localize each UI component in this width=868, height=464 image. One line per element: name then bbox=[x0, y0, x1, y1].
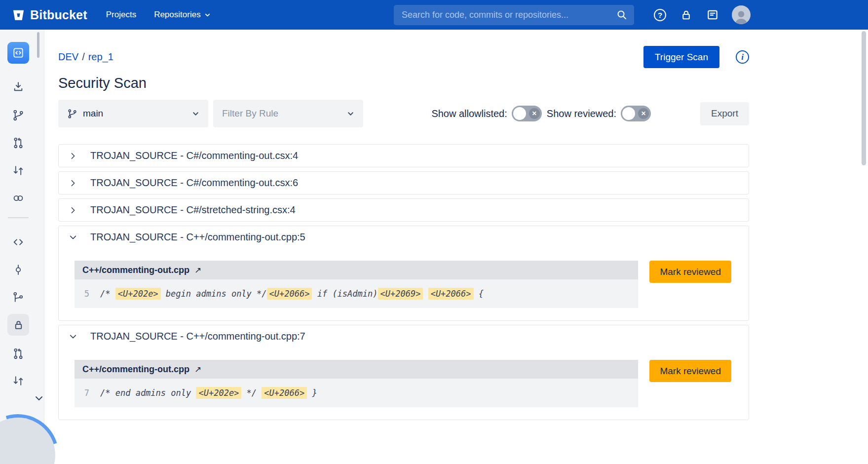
inbox-icon[interactable] bbox=[706, 8, 719, 21]
toggle-knob bbox=[513, 107, 526, 120]
finding-header[interactable]: TROJAN_SOURCE - C++/commenting-out.cpp:5 bbox=[59, 226, 749, 248]
nav-item-repositories[interactable]: Repositories bbox=[154, 10, 211, 20]
search-icon[interactable] bbox=[616, 9, 628, 21]
chevron-down-icon bbox=[70, 234, 76, 241]
show-allowlisted-label: Show allowlisted: bbox=[431, 108, 507, 119]
finding-title: TROJAN_SOURCE - C#/stretched-string.csx:… bbox=[90, 204, 296, 216]
nav-menu: Projects Repositories bbox=[106, 10, 211, 20]
sidebar-item-branch[interactable] bbox=[12, 109, 25, 123]
chevron-right-icon bbox=[70, 180, 76, 187]
finding-header[interactable]: TROJAN_SOURCE - C++/commenting-out.cpp:7 bbox=[59, 325, 749, 348]
rule-filter-selector[interactable]: Filter By Rule bbox=[213, 100, 363, 127]
finding-panel: TROJAN_SOURCE - C#/commenting-out.csx:6 bbox=[58, 171, 749, 194]
show-reviewed-toggle[interactable]: ✕ bbox=[621, 106, 651, 121]
bitbucket-logo[interactable]: Bitbucket bbox=[12, 8, 87, 22]
sidebar-item-compare-commits[interactable] bbox=[12, 375, 25, 389]
sidebar-item-forks[interactable] bbox=[12, 192, 25, 206]
unicode-highlight: <U+2066> bbox=[428, 288, 474, 300]
page-header: DEV/rep_1 Trigger Scan i bbox=[58, 46, 749, 68]
chevron-right-icon bbox=[70, 207, 76, 214]
global-search bbox=[394, 5, 634, 25]
sidebar-item-repository[interactable] bbox=[7, 42, 29, 64]
nav-item-label: Repositories bbox=[154, 10, 201, 20]
finding-panel: TROJAN_SOURCE - C++/commenting-out.cpp:7… bbox=[58, 325, 749, 420]
chevron-down-icon bbox=[204, 12, 211, 18]
finding-body: C++/commenting-out.cpp ↗ 7 /* end admins… bbox=[59, 348, 749, 420]
nav-item-projects[interactable]: Projects bbox=[106, 10, 136, 20]
unicode-highlight: <U+202e> bbox=[115, 288, 161, 300]
chevron-down-icon bbox=[192, 110, 199, 117]
code-line: 7 /* end admins only <U+202e> */ <U+2066… bbox=[80, 386, 638, 400]
mark-reviewed-button[interactable]: Mark reviewed bbox=[649, 360, 731, 382]
sidebar-item-branches[interactable] bbox=[12, 291, 25, 306]
code-area: 7 /* end admins only <U+202e> */ <U+2066… bbox=[75, 379, 638, 407]
finding-title: TROJAN_SOURCE - C#/commenting-out.csx:6 bbox=[90, 177, 298, 189]
sidebar-item-commits[interactable] bbox=[12, 264, 25, 278]
vertical-scrollbar[interactable] bbox=[862, 31, 866, 165]
code-file-header[interactable]: C++/commenting-out.cpp ↗ bbox=[75, 261, 638, 279]
code-text: /* end admins only bbox=[100, 388, 196, 398]
pull-request-icon bbox=[12, 137, 25, 149]
toggle-knob bbox=[622, 107, 635, 120]
external-link-icon[interactable]: ↗ bbox=[194, 364, 201, 375]
unicode-highlight: <U+2066> bbox=[267, 288, 312, 300]
sidebar-divider bbox=[8, 217, 29, 218]
compare-icon bbox=[12, 375, 25, 387]
code-text: } bbox=[307, 388, 317, 398]
sidebar-item-create-pull-request[interactable] bbox=[12, 348, 25, 362]
breadcrumb-separator: / bbox=[82, 51, 85, 62]
findings-list: TROJAN_SOURCE - C#/commenting-out.csx:4 … bbox=[58, 144, 749, 420]
breadcrumb-project-link[interactable]: DEV bbox=[58, 51, 78, 62]
sidebar-scrollbar[interactable] bbox=[37, 32, 39, 58]
finding-header[interactable]: TROJAN_SOURCE - C#/commenting-out.csx:4 bbox=[59, 145, 749, 167]
finding-header[interactable]: TROJAN_SOURCE - C#/commenting-out.csx:6 bbox=[59, 172, 749, 194]
rule-filter-placeholder: Filter By Rule bbox=[222, 108, 278, 119]
code-block: C++/commenting-out.cpp ↗ 5 /* <U+202e> b… bbox=[75, 261, 638, 308]
finding-header[interactable]: TROJAN_SOURCE - C#/stretched-string.csx:… bbox=[59, 199, 749, 221]
lock-icon[interactable] bbox=[680, 9, 692, 21]
code-area: 5 /* <U+202e> begin admins only */<U+206… bbox=[75, 279, 638, 308]
sidebar-item-security-scan[interactable] bbox=[7, 314, 29, 336]
show-allowlisted-toggle[interactable]: ✕ bbox=[512, 106, 542, 121]
show-reviewed-label: Show reviewed: bbox=[547, 108, 616, 119]
sidebar-item-clone[interactable] bbox=[12, 80, 25, 95]
sidebar-item-source[interactable] bbox=[12, 236, 25, 250]
help-icon[interactable]: ? bbox=[654, 9, 666, 21]
nav-item-label: Projects bbox=[106, 10, 136, 20]
lock-icon bbox=[12, 319, 25, 331]
unicode-highlight: <U+2066> bbox=[262, 387, 307, 399]
code-file-name: C++/commenting-out.cpp bbox=[82, 265, 189, 275]
code-text: */ bbox=[241, 388, 262, 398]
chevron-down-icon bbox=[347, 110, 354, 117]
code-icon bbox=[12, 236, 25, 248]
code-text: { bbox=[474, 289, 484, 299]
external-link-icon[interactable]: ↗ bbox=[194, 265, 201, 275]
info-icon[interactable]: i bbox=[736, 50, 749, 64]
code-text bbox=[423, 289, 428, 299]
sidebar-item-compare[interactable] bbox=[12, 164, 25, 179]
breadcrumb-repo-link[interactable]: rep_1 bbox=[88, 51, 113, 62]
code-text: /* bbox=[100, 289, 115, 299]
finding-body: C++/commenting-out.cpp ↗ 5 /* <U+202e> b… bbox=[59, 248, 749, 320]
line-number: 5 bbox=[80, 287, 89, 301]
trigger-scan-button[interactable]: Trigger Scan bbox=[643, 46, 719, 68]
search-input[interactable] bbox=[394, 5, 634, 25]
code-content: /* <U+202e> begin admins only */<U+2066>… bbox=[100, 287, 484, 301]
code-file-header[interactable]: C++/commenting-out.cpp ↗ bbox=[75, 360, 638, 379]
scroll-down-icon[interactable] bbox=[35, 395, 43, 404]
finding-title: TROJAN_SOURCE - C#/commenting-out.csx:4 bbox=[90, 150, 298, 161]
branch-selector[interactable]: main bbox=[58, 100, 208, 127]
mark-reviewed-button[interactable]: Mark reviewed bbox=[649, 261, 731, 283]
compare-icon bbox=[12, 164, 25, 177]
sidebar-item-pull-requests[interactable] bbox=[12, 137, 25, 151]
finding-title: TROJAN_SOURCE - C++/commenting-out.cpp:7 bbox=[90, 331, 305, 342]
finding-panel: TROJAN_SOURCE - C++/commenting-out.cpp:5… bbox=[58, 226, 749, 321]
unicode-highlight: <U+202e> bbox=[196, 387, 241, 399]
toggle-off-icon: ✕ bbox=[638, 108, 649, 119]
avatar[interactable] bbox=[732, 5, 751, 24]
filter-controls: main Filter By Rule Show allowlisted: ✕ … bbox=[58, 100, 749, 127]
export-button[interactable]: Export bbox=[700, 102, 749, 125]
chevron-down-icon bbox=[70, 333, 76, 340]
page-title: Security Scan bbox=[58, 75, 749, 91]
top-navbar: Bitbucket Projects Repositories ? bbox=[0, 0, 868, 30]
